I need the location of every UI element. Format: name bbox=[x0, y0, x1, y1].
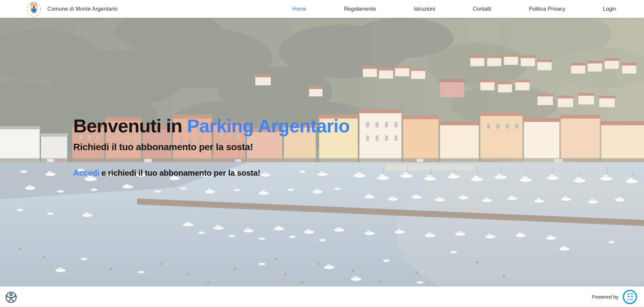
accessibility-icon bbox=[5, 291, 17, 303]
accessibility-widget-button[interactable] bbox=[5, 291, 17, 303]
powered-by: Powered by k-city bbox=[592, 290, 637, 304]
hero-section: Benvenuti in Parking Argentario Richiedi… bbox=[0, 18, 644, 287]
comune-crest-icon bbox=[26, 1, 42, 17]
top-nav-bar: Comune di Monte Argentario Home Regolame… bbox=[0, 0, 644, 18]
main-nav: Home Regolamento Istruzioni Contatti Pol… bbox=[292, 6, 616, 12]
nav-item-istruzioni[interactable]: Istruzioni bbox=[414, 6, 435, 12]
hero-title-prefix: Benvenuti in bbox=[73, 115, 187, 136]
kcity-logo-icon: k-city bbox=[622, 290, 637, 304]
hero-cta-line: Accedi e richiedi il tuo abbonamento per… bbox=[73, 168, 644, 178]
footer-bar: Powered by k-city bbox=[0, 287, 644, 307]
nav-item-home[interactable]: Home bbox=[292, 6, 306, 12]
hero-subtitle: Richiedi il tuo abbonamento per la sosta… bbox=[73, 142, 644, 152]
nav-item-regolamento[interactable]: Regolamento bbox=[344, 6, 376, 12]
nav-item-login[interactable]: Login bbox=[603, 6, 616, 12]
parking-argentario-homepage: Comune di Monte Argentario Home Regolame… bbox=[0, 0, 644, 307]
nav-item-politica-privacy[interactable]: Politica Privacy bbox=[529, 6, 565, 12]
hero-title-highlight: Parking Argentario bbox=[187, 115, 350, 136]
hero-cta-text: e richiedi il tuo abbonamento per la sos… bbox=[99, 168, 260, 177]
hero-content: Benvenuti in Parking Argentario Richiedi… bbox=[0, 18, 644, 178]
nav-item-contatti[interactable]: Contatti bbox=[473, 6, 491, 12]
powered-by-label: Powered by bbox=[592, 294, 618, 300]
brand[interactable]: Comune di Monte Argentario bbox=[26, 1, 118, 17]
brand-name: Comune di Monte Argentario bbox=[47, 6, 118, 12]
hero-title: Benvenuti in Parking Argentario bbox=[73, 116, 644, 136]
kcity-logo-link[interactable]: k-city bbox=[622, 290, 637, 304]
kcity-logo-text: k-city bbox=[627, 298, 633, 301]
accedi-link[interactable]: Accedi bbox=[73, 168, 99, 177]
